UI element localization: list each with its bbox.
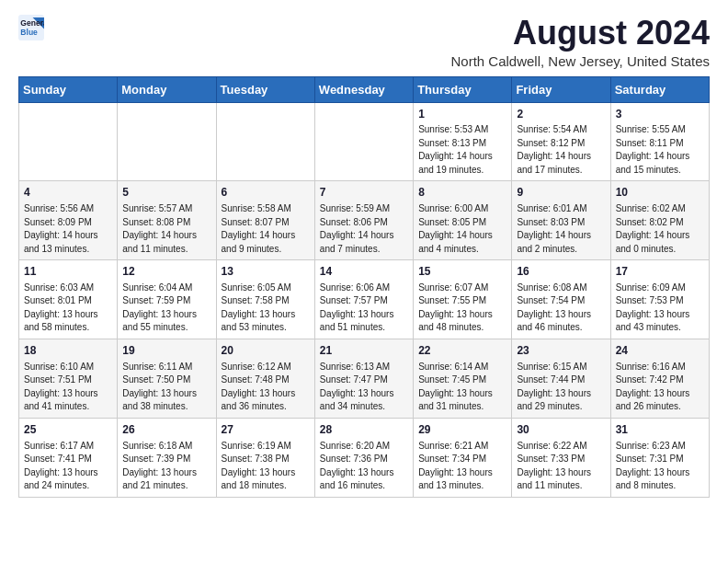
weekday-header-thursday: Thursday (414, 76, 512, 102)
day-number: 11 (24, 264, 112, 280)
calendar-cell (118, 102, 216, 181)
calendar-cell (19, 102, 118, 181)
calendar-cell: 13Sunrise: 6:05 AM Sunset: 7:58 PM Dayli… (216, 260, 314, 339)
calendar-cell: 31Sunrise: 6:23 AM Sunset: 7:31 PM Dayli… (610, 418, 709, 497)
day-number: 27 (222, 422, 310, 438)
day-number: 13 (222, 264, 310, 280)
calendar-cell: 15Sunrise: 6:07 AM Sunset: 7:55 PM Dayli… (414, 260, 512, 339)
day-number: 15 (418, 264, 506, 280)
day-number: 22 (418, 343, 506, 359)
subtitle: North Caldwell, New Jersey, United State… (451, 53, 711, 69)
cell-daylight-info: Sunrise: 5:59 AM Sunset: 8:06 PM Dayligh… (320, 202, 408, 256)
weekday-header-sunday: Sunday (19, 76, 118, 102)
day-number: 2 (517, 107, 605, 122)
main-title: August 2024 (451, 15, 711, 52)
weekday-header-tuesday: Tuesday (216, 76, 314, 102)
calendar-cell: 2Sunrise: 5:54 AM Sunset: 8:12 PM Daylig… (512, 102, 610, 181)
calendar-week-row: 25Sunrise: 6:17 AM Sunset: 7:41 PM Dayli… (19, 418, 710, 497)
day-number: 9 (517, 185, 605, 201)
day-number: 18 (24, 343, 112, 359)
calendar-cell: 19Sunrise: 6:11 AM Sunset: 7:50 PM Dayli… (118, 339, 216, 418)
calendar-table: SundayMondayTuesdayWednesdayThursdayFrid… (18, 76, 710, 498)
day-number: 25 (24, 422, 112, 438)
weekday-header-row: SundayMondayTuesdayWednesdayThursdayFrid… (19, 76, 710, 102)
cell-daylight-info: Sunrise: 6:00 AM Sunset: 8:05 PM Dayligh… (418, 202, 506, 256)
day-number: 6 (222, 185, 310, 201)
calendar-cell: 24Sunrise: 6:16 AM Sunset: 7:42 PM Dayli… (610, 339, 709, 418)
weekday-header-friday: Friday (512, 76, 610, 102)
cell-daylight-info: Sunrise: 6:04 AM Sunset: 7:59 PM Dayligh… (122, 282, 210, 335)
day-number: 17 (616, 264, 704, 280)
calendar-cell: 16Sunrise: 6:08 AM Sunset: 7:54 PM Dayli… (512, 260, 610, 339)
day-number: 24 (616, 343, 704, 359)
calendar-week-row: 11Sunrise: 6:03 AM Sunset: 8:01 PM Dayli… (19, 260, 710, 339)
title-block: August 2024 North Caldwell, New Jersey, … (451, 15, 711, 69)
logo-icon: General Blue (18, 15, 44, 40)
calendar-cell (314, 102, 413, 181)
day-number: 10 (616, 185, 704, 201)
cell-daylight-info: Sunrise: 6:22 AM Sunset: 7:33 PM Dayligh… (517, 440, 605, 493)
day-number: 19 (122, 343, 210, 359)
calendar-cell: 30Sunrise: 6:22 AM Sunset: 7:33 PM Dayli… (512, 418, 610, 497)
day-number: 4 (24, 185, 112, 201)
calendar-cell: 21Sunrise: 6:13 AM Sunset: 7:47 PM Dayli… (314, 339, 413, 418)
calendar-week-row: 1Sunrise: 5:53 AM Sunset: 8:13 PM Daylig… (19, 102, 710, 181)
calendar-cell: 3Sunrise: 5:55 AM Sunset: 8:11 PM Daylig… (610, 102, 709, 181)
day-number: 20 (222, 343, 310, 359)
logo: General Blue (18, 15, 44, 40)
cell-daylight-info: Sunrise: 6:09 AM Sunset: 7:53 PM Dayligh… (616, 282, 704, 335)
calendar-cell: 10Sunrise: 6:02 AM Sunset: 8:02 PM Dayli… (610, 181, 709, 260)
cell-daylight-info: Sunrise: 6:19 AM Sunset: 7:38 PM Dayligh… (222, 440, 310, 493)
calendar-cell: 8Sunrise: 6:00 AM Sunset: 8:05 PM Daylig… (414, 181, 512, 260)
calendar-cell: 12Sunrise: 6:04 AM Sunset: 7:59 PM Dayli… (118, 260, 216, 339)
cell-daylight-info: Sunrise: 6:06 AM Sunset: 7:57 PM Dayligh… (320, 282, 408, 335)
day-number: 7 (320, 185, 408, 201)
cell-daylight-info: Sunrise: 6:21 AM Sunset: 7:34 PM Dayligh… (418, 440, 506, 493)
cell-daylight-info: Sunrise: 6:03 AM Sunset: 8:01 PM Dayligh… (24, 282, 112, 335)
calendar-cell: 27Sunrise: 6:19 AM Sunset: 7:38 PM Dayli… (216, 418, 314, 497)
cell-daylight-info: Sunrise: 6:08 AM Sunset: 7:54 PM Dayligh… (517, 282, 605, 335)
calendar-cell: 11Sunrise: 6:03 AM Sunset: 8:01 PM Dayli… (19, 260, 118, 339)
day-number: 28 (320, 422, 408, 438)
cell-daylight-info: Sunrise: 6:23 AM Sunset: 7:31 PM Dayligh… (616, 440, 704, 493)
cell-daylight-info: Sunrise: 6:01 AM Sunset: 8:03 PM Dayligh… (517, 202, 605, 256)
calendar-cell: 28Sunrise: 6:20 AM Sunset: 7:36 PM Dayli… (314, 418, 413, 497)
weekday-header-saturday: Saturday (610, 76, 709, 102)
day-number: 26 (122, 422, 210, 438)
cell-daylight-info: Sunrise: 6:02 AM Sunset: 8:02 PM Dayligh… (616, 202, 704, 256)
day-number: 14 (320, 264, 408, 280)
calendar-cell: 29Sunrise: 6:21 AM Sunset: 7:34 PM Dayli… (414, 418, 512, 497)
cell-daylight-info: Sunrise: 6:07 AM Sunset: 7:55 PM Dayligh… (418, 282, 506, 335)
cell-daylight-info: Sunrise: 5:55 AM Sunset: 8:11 PM Dayligh… (616, 123, 704, 177)
cell-daylight-info: Sunrise: 6:18 AM Sunset: 7:39 PM Dayligh… (122, 440, 210, 493)
calendar-cell: 1Sunrise: 5:53 AM Sunset: 8:13 PM Daylig… (414, 102, 512, 181)
cell-daylight-info: Sunrise: 5:56 AM Sunset: 8:09 PM Dayligh… (24, 202, 112, 256)
cell-daylight-info: Sunrise: 6:05 AM Sunset: 7:58 PM Dayligh… (222, 282, 310, 335)
day-number: 23 (517, 343, 605, 359)
page-header: General Blue August 2024 North Caldwell,… (18, 15, 710, 69)
weekday-header-monday: Monday (118, 76, 216, 102)
calendar-cell: 4Sunrise: 5:56 AM Sunset: 8:09 PM Daylig… (19, 181, 118, 260)
cell-daylight-info: Sunrise: 6:12 AM Sunset: 7:48 PM Dayligh… (222, 361, 310, 414)
calendar-week-row: 4Sunrise: 5:56 AM Sunset: 8:09 PM Daylig… (19, 181, 710, 260)
cell-daylight-info: Sunrise: 6:16 AM Sunset: 7:42 PM Dayligh… (616, 361, 704, 414)
day-number: 8 (418, 185, 506, 201)
calendar-week-row: 18Sunrise: 6:10 AM Sunset: 7:51 PM Dayli… (19, 339, 710, 418)
day-number: 30 (517, 422, 605, 438)
calendar-cell: 23Sunrise: 6:15 AM Sunset: 7:44 PM Dayli… (512, 339, 610, 418)
calendar-cell: 14Sunrise: 6:06 AM Sunset: 7:57 PM Dayli… (314, 260, 413, 339)
cell-daylight-info: Sunrise: 5:57 AM Sunset: 8:08 PM Dayligh… (122, 202, 210, 256)
day-number: 5 (122, 185, 210, 201)
cell-daylight-info: Sunrise: 6:10 AM Sunset: 7:51 PM Dayligh… (24, 361, 112, 414)
day-number: 3 (616, 107, 704, 122)
cell-daylight-info: Sunrise: 5:54 AM Sunset: 8:12 PM Dayligh… (517, 123, 605, 177)
calendar-cell: 9Sunrise: 6:01 AM Sunset: 8:03 PM Daylig… (512, 181, 610, 260)
day-number: 31 (616, 422, 704, 438)
calendar-cell: 22Sunrise: 6:14 AM Sunset: 7:45 PM Dayli… (414, 339, 512, 418)
day-number: 16 (517, 264, 605, 280)
svg-text:Blue: Blue (20, 28, 38, 37)
calendar-cell (216, 102, 314, 181)
cell-daylight-info: Sunrise: 6:14 AM Sunset: 7:45 PM Dayligh… (418, 361, 506, 414)
cell-daylight-info: Sunrise: 6:11 AM Sunset: 7:50 PM Dayligh… (122, 361, 210, 414)
calendar-cell: 25Sunrise: 6:17 AM Sunset: 7:41 PM Dayli… (19, 418, 118, 497)
